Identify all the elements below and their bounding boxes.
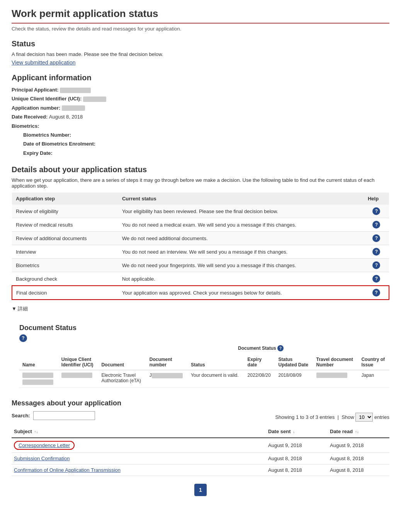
doc-status-help-icon[interactable]: ? xyxy=(19,334,27,342)
col-name: Name xyxy=(19,354,58,370)
cell-status-updated: 2018/08/09 xyxy=(275,370,313,388)
entries-label: entries xyxy=(374,414,389,420)
message-subject-link[interactable]: Submission Confirmation xyxy=(14,456,70,461)
message-subject: Submission Confirmation xyxy=(12,453,266,464)
search-input[interactable] xyxy=(33,411,95,420)
field-principal-applicant: Principal Applicant: xyxy=(12,85,389,94)
doc-status-heading: Document Status xyxy=(19,324,389,332)
step-status: Your application was approved. Check you… xyxy=(118,286,364,300)
step-help[interactable]: ? xyxy=(364,205,389,218)
status-text: A final decision has been made. Please s… xyxy=(12,51,389,57)
step-name: Review of eligibility xyxy=(12,205,118,218)
message-row: Submission ConfirmationAugust 8, 2018Aug… xyxy=(12,453,389,464)
show-entries-select[interactable]: 10 25 50 xyxy=(355,413,373,422)
value-uci xyxy=(83,97,106,102)
help-icon[interactable]: ? xyxy=(372,221,380,229)
cell-document: Electronic TravelAuthorization (eTA) xyxy=(98,370,146,388)
cell-expiry-date: 2022/08/20 xyxy=(245,370,275,388)
search-label: Search: xyxy=(12,413,30,418)
message-date-sent: August 8, 2018 xyxy=(266,453,328,464)
help-icon[interactable]: ? xyxy=(372,289,380,296)
help-icon[interactable]: ? xyxy=(372,261,380,269)
steps-table-row: InterviewYou do not need an interview. W… xyxy=(12,245,389,259)
step-help[interactable]: ? xyxy=(364,232,389,245)
details-toggle[interactable]: ▼ 詳細 xyxy=(12,305,389,312)
showing-count: Showing 1 to 3 of 3 entries xyxy=(275,414,335,420)
field-application-number: Application number: xyxy=(12,103,389,112)
status-section: Status A final decision has been made. P… xyxy=(12,39,389,66)
label-principal-applicant: Principal Applicant: xyxy=(12,87,60,93)
message-date-read: August 8, 2018 xyxy=(328,464,389,476)
messages-table: Subject ↑↓ Date sent ↓ Date read ↑↓ Corr… xyxy=(12,425,389,476)
message-subject-link[interactable]: Correspondence Letter xyxy=(19,442,70,448)
steps-table: Application step Current status Help Rev… xyxy=(12,193,389,300)
page-1-button[interactable]: 1 xyxy=(194,484,207,496)
col-doc-number: Documentnumber xyxy=(146,354,188,370)
doc-status-label-row: Document Status ? xyxy=(19,345,389,351)
step-name: Review of medical results xyxy=(12,218,118,232)
doc-table-header-row: Name Unique ClientIdentifier (UCI) Docum… xyxy=(19,354,389,370)
steps-table-row: Review of eligibilityYour eligibility ha… xyxy=(12,205,389,218)
pagination: 1 xyxy=(12,484,389,496)
help-icon[interactable]: ? xyxy=(372,234,380,242)
step-help[interactable]: ? xyxy=(364,272,389,286)
page-title: Work permit application status xyxy=(12,8,389,24)
status-heading: Status xyxy=(12,39,389,48)
doc-table-row: Electronic TravelAuthorization (eTA) J Y… xyxy=(19,370,389,388)
applicant-heading: Applicant information xyxy=(12,73,389,82)
col-expiry-date: Expirydate xyxy=(245,354,275,370)
message-subject: Correspondence Letter xyxy=(12,438,266,453)
messages-heading: Messages about your application xyxy=(12,399,389,407)
label-biometrics: Biometrics: xyxy=(12,123,39,129)
col-country: Country ofIssue xyxy=(358,354,389,370)
cell-uci xyxy=(58,370,99,388)
field-biometrics-expiry: Expiry Date: xyxy=(23,149,389,158)
step-name: Final decision xyxy=(12,286,118,300)
col-header-step: Application step xyxy=(12,193,118,205)
messages-header-row: Subject ↑↓ Date sent ↓ Date read ↑↓ xyxy=(12,425,389,438)
doc-status-column-label: Document Status ? xyxy=(238,345,284,351)
message-date-sent: August 9, 2018 xyxy=(266,438,328,453)
help-icon[interactable]: ? xyxy=(372,248,380,256)
circled-message-link: Correspondence Letter xyxy=(14,441,75,450)
message-subject-link[interactable]: Confirmation of Online Application Trans… xyxy=(14,467,121,473)
help-icon[interactable]: ? xyxy=(372,275,380,283)
col-status-updated: StatusUpdated Date xyxy=(275,354,313,370)
message-subject: Confirmation of Online Application Trans… xyxy=(12,464,266,476)
cell-doc-number: J xyxy=(146,370,188,388)
details-section: Details about your application status Wh… xyxy=(12,165,389,312)
date-read-sort-icon: ↑↓ xyxy=(355,430,359,434)
step-help[interactable]: ? xyxy=(364,259,389,272)
step-name: Background check xyxy=(12,272,118,286)
steps-table-row: BiometricsWe do not need your fingerprin… xyxy=(12,259,389,272)
document-table: Name Unique ClientIdentifier (UCI) Docum… xyxy=(19,354,389,388)
showing-text: Showing 1 to 3 of 3 entries | Show 10 25… xyxy=(275,413,389,422)
step-status: We do not need additional documents. xyxy=(118,232,364,245)
label-date-received: Date Received: xyxy=(12,114,49,120)
step-name: Review of additional documents xyxy=(12,232,118,245)
message-date-sent: August 8, 2018 xyxy=(266,464,328,476)
step-status: Your eligibility has been reviewed. Plea… xyxy=(118,205,364,218)
message-row: Correspondence LetterAugust 9, 2018Augus… xyxy=(12,438,389,453)
step-help[interactable]: ? xyxy=(364,286,389,300)
step-status: We do not need your fingerprints. We wil… xyxy=(118,259,364,272)
col-date-sent: Date sent ↓ xyxy=(266,425,328,438)
col-document: Document xyxy=(98,354,146,370)
cell-country: Japan xyxy=(358,370,389,388)
help-icon[interactable]: ? xyxy=(372,207,380,215)
page-header: Work permit application status Check the… xyxy=(12,8,389,32)
value-application-number xyxy=(62,105,85,111)
value-date-received: August 8, 2018 xyxy=(49,114,83,120)
document-status-section: Document Status ? Document Status ? Name… xyxy=(12,320,389,391)
col-uci: Unique ClientIdentifier (UCI) xyxy=(58,354,99,370)
messages-section: Messages about your application Search: … xyxy=(12,399,389,476)
col-subject: Subject ↑↓ xyxy=(12,425,266,438)
steps-table-row: Background checkNot applicable.? xyxy=(12,272,389,286)
biometrics-details: Biometrics Number: Date of Biometrics En… xyxy=(12,130,389,158)
step-help[interactable]: ? xyxy=(364,218,389,232)
view-submitted-application-link[interactable]: View submitted application xyxy=(12,59,76,66)
doc-status-col-help-icon[interactable]: ? xyxy=(277,345,284,351)
col-header-help: Help xyxy=(364,193,389,205)
step-help[interactable]: ? xyxy=(364,245,389,259)
label-uci: Unique Client Identifier (UCI): xyxy=(12,96,83,102)
